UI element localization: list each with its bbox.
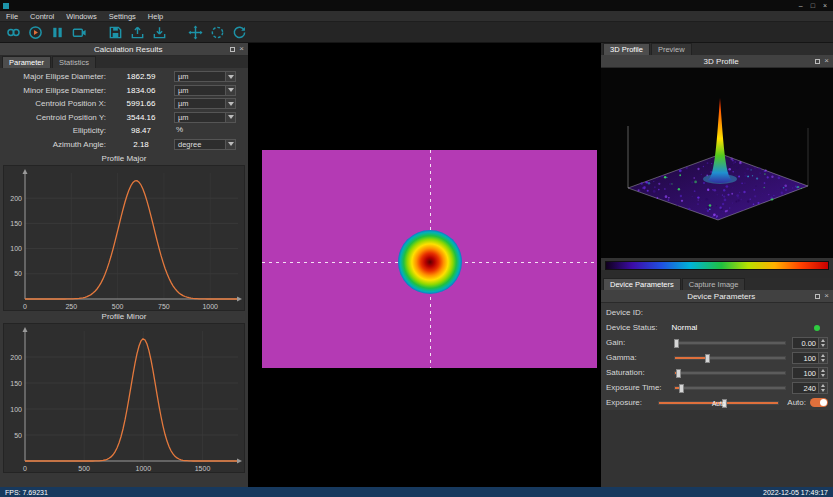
timestamp-readout: 2022-12-05 17:49:17 [763,489,828,496]
parameter-row: Centroid Position Y: 3544.16 µm [0,111,248,125]
saturation-slider[interactable] [674,371,786,375]
toolbar [0,22,833,43]
spin-down-icon[interactable] [819,388,827,393]
record-icon[interactable] [27,24,43,40]
beam-image [262,150,597,368]
unit-label: % [174,125,236,136]
close-panel-icon[interactable]: × [824,57,829,65]
saturation-row: Saturation: 100 [601,365,833,380]
gain-slider[interactable] [674,341,786,345]
spin-down-icon[interactable] [819,373,827,378]
svg-text:50: 50 [14,432,22,439]
parameter-label: Centroid Position Y: [0,113,112,122]
parameter-value: 2.18 [112,140,170,149]
pause-icon[interactable] [49,24,65,40]
spin-down-icon[interactable] [819,358,827,363]
panel-splitter[interactable] [601,270,833,278]
export-icon[interactable] [129,24,145,40]
gain-spinbox[interactable]: 0.00 [792,337,828,349]
device-parameters-header[interactable]: Device Parameters × [601,290,833,303]
close-icon[interactable]: × [823,0,827,11]
slider-handle[interactable] [705,354,710,363]
menu-windows[interactable]: Windows [60,12,102,21]
saturation-label: Saturation: [606,368,674,377]
camera-icon[interactable] [71,24,87,40]
tab-parameter[interactable]: Parameter [2,56,51,68]
parameter-value: 1834.06 [112,86,170,95]
profile-major-title: Profile Major [0,153,248,165]
float-panel-icon[interactable] [815,59,820,64]
import-icon[interactable] [151,24,167,40]
parameter-row: Azimuth Angle: 2.18 degree [0,138,248,152]
profile-minor-chart: 50100150200050010001500 [3,323,245,473]
status-bar: FPS: 7.69231 2022-12-05 17:49:17 [0,487,833,497]
move-icon[interactable] [187,24,203,40]
tab-3d-profile[interactable]: 3D Profile [603,43,650,55]
menu-settings[interactable]: Settings [103,12,142,21]
parameter-row: Centroid Position X: 5991.66 µm [0,97,248,111]
tab-preview[interactable]: Preview [651,43,692,55]
exposure-slider[interactable]: Auto [658,401,779,405]
unit-select[interactable]: µm [174,112,236,123]
parameter-list: Major Ellipse Diameter: 1862.59 µm Minor… [0,68,248,153]
tab-device-parameters[interactable]: Device Parameters [603,278,681,290]
close-panel-icon[interactable]: × [824,292,829,300]
beam-spot [398,230,462,294]
surface-3d-plot [601,68,833,258]
slider-handle[interactable] [676,369,681,378]
unit-select[interactable]: degree [174,139,236,150]
gamma-label: Gamma: [606,353,674,362]
view3d-tabs: 3D Profile Preview [601,43,833,55]
svg-text:100: 100 [10,406,22,413]
tab-statistics[interactable]: Statistics [52,56,96,68]
reset-icon[interactable] [231,24,247,40]
fps-readout: FPS: 7.69231 [5,489,48,496]
auto-exposure-toggle[interactable] [810,398,828,407]
svg-text:150: 150 [10,220,22,227]
view3d-header[interactable]: 3D Profile × [601,55,833,68]
slider-handle[interactable] [674,339,679,348]
tab-capture-image[interactable]: Capture Image [682,278,746,290]
float-panel-icon[interactable] [230,47,235,52]
exposure-label: Exposure: [606,398,658,407]
svg-text:500: 500 [78,465,90,472]
unit-select[interactable]: µm [174,85,236,96]
exposure-time-spinbox[interactable]: 240 [792,382,828,394]
gamma-row: Gamma: 100 [601,350,833,365]
profile-major-chart: 5010015020002505007501000 [3,165,245,311]
float-panel-icon[interactable] [815,294,820,299]
slider-handle[interactable] [679,384,684,393]
exposure-time-label: Exposure Time: [606,383,674,392]
close-panel-icon[interactable]: × [239,45,244,53]
menu-help[interactable]: Help [142,12,169,21]
intensity-colorbar [605,261,829,270]
right-panel: 3D Profile Preview 3D Profile × [601,43,833,487]
spin-down-icon[interactable] [819,343,827,348]
save-icon[interactable] [107,24,123,40]
svg-text:0: 0 [23,303,27,310]
parameter-value: 1862.59 [112,72,170,81]
exposure-time-slider[interactable] [674,386,786,390]
svg-text:250: 250 [65,303,77,310]
calculation-results-header[interactable]: Calculation Results × [0,43,248,56]
parameter-row: Major Ellipse Diameter: 1862.59 µm [0,70,248,84]
menu-control[interactable]: Control [24,12,60,21]
parameter-label: Azimuth Angle: [0,140,112,149]
gamma-slider[interactable] [674,356,786,360]
svg-text:750: 750 [158,303,170,310]
unit-select[interactable]: µm [174,71,236,82]
svg-text:1000: 1000 [202,303,218,310]
unit-select[interactable]: µm [174,98,236,109]
minimize-icon[interactable]: – [799,0,803,11]
circle-icon[interactable] [209,24,225,40]
panel-title: Calculation Results [26,45,230,54]
link-icon[interactable] [5,24,21,40]
saturation-spinbox[interactable]: 100 [792,367,828,379]
parameter-label: Major Ellipse Diameter: [0,72,112,81]
device-parameter-rows: Device ID: Device Status: Normal Gain: 0… [601,303,833,410]
menu-file[interactable]: File [0,12,24,21]
maximize-icon[interactable]: □ [811,0,815,11]
gamma-spinbox[interactable]: 100 [792,352,828,364]
device-id-row: Device ID: [601,305,833,320]
auto-label: Auto: [787,398,806,407]
